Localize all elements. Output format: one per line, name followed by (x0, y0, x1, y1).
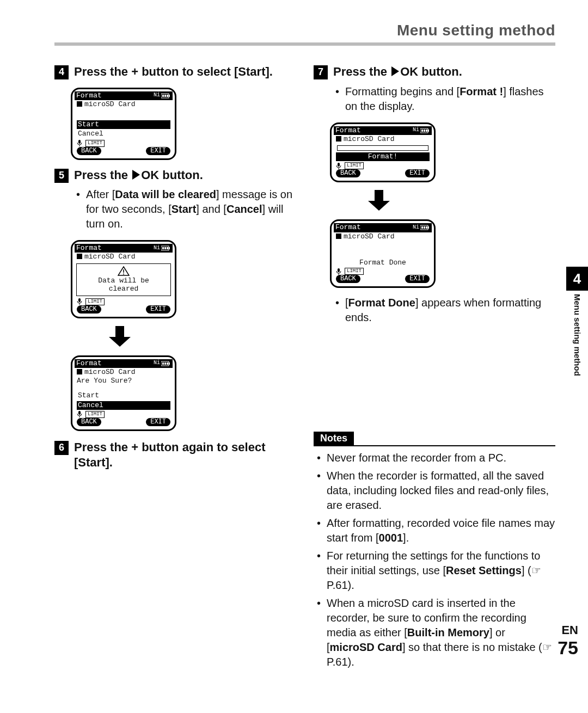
header-rule (54, 42, 555, 46)
svg-rect-23 (167, 362, 168, 365)
mic-icon (336, 268, 341, 275)
svg-rect-4 (167, 95, 168, 97)
battery-icon: Ni (413, 127, 430, 134)
page-header: Menu setting method (54, 22, 555, 39)
svg-rect-5 (78, 140, 81, 144)
lcd-option-cancel: Cancel (77, 130, 170, 138)
lcd-format-flash: Format! (336, 152, 430, 161)
step-7-bullets-top: Formatting begins and [Format !] flashes… (314, 84, 555, 114)
battery-icon: Ni (413, 224, 430, 231)
page-footer: EN 75 (558, 623, 578, 659)
notes-label: Notes (314, 432, 354, 445)
svg-rect-2 (162, 95, 164, 97)
notes-list: Never format the recorder from a PC. Whe… (314, 451, 555, 669)
svg-rect-11 (167, 247, 168, 249)
battery-icon: Ni (154, 92, 171, 99)
step-7-bullet-1: Formatting begins and [Format !] flashes… (335, 84, 555, 114)
svg-rect-9 (162, 247, 164, 249)
note-3: After formatting, recorded voice file na… (317, 516, 555, 545)
step-5-heading: 5 Press the OK button. (54, 168, 296, 183)
softkey-back: BACK (77, 147, 101, 155)
note-1: Never format the recorder from a PC. (317, 451, 555, 465)
step-4-text: Press the + button to select [Start]. (74, 64, 273, 80)
svg-rect-33 (375, 190, 383, 201)
svg-rect-15 (78, 298, 81, 302)
battery-icon: Ni (154, 245, 171, 252)
lcd-option-start: Start (77, 120, 170, 129)
step-5-number: 5 (54, 169, 69, 183)
arrow-down-icon (330, 190, 428, 212)
step-7-bullets-bottom: [Format Done] appears when formatting en… (314, 296, 555, 325)
right-column: 7 Press the OK button. Formatting begins… (314, 62, 555, 678)
lcd-screen-format-menu: Format Ni microSD Card Start Cancel LIMI… (71, 88, 176, 160)
svg-marker-18 (109, 337, 131, 347)
lcd-confirm-text: Are You Sure? (75, 377, 173, 385)
lcd-sd-line: microSD Card (75, 100, 173, 109)
svg-rect-37 (421, 226, 423, 229)
footer-language: EN (558, 623, 578, 637)
svg-rect-21 (162, 362, 164, 365)
lcd-option-start: Start (77, 391, 170, 400)
lcd-screen-data-cleared: Format Ni microSD Card Data will be clea… (71, 240, 176, 318)
svg-rect-30 (426, 130, 427, 132)
notes-rule (314, 445, 555, 446)
limit-tag: LIMIT (85, 140, 105, 147)
lcd-screen-are-you-sure: Format Ni microSD Card Are You Sure? Sta… (71, 355, 176, 431)
step-7-number: 7 (314, 65, 328, 79)
mic-icon (77, 140, 82, 146)
svg-rect-40 (338, 268, 340, 272)
note-5: When a microSD card is inserted in the r… (317, 596, 555, 669)
footer-page-number: 75 (558, 637, 578, 659)
svg-rect-39 (426, 226, 427, 229)
step-7-bullet-2: [Format Done] appears when formatting en… (335, 296, 555, 325)
warning-icon (78, 266, 169, 276)
side-tab: 4 Menu setting method (566, 267, 588, 376)
step-5-bullet-1: After [Data will be cleared] message is … (76, 187, 296, 231)
step-7-heading: 7 Press the OK button. (314, 64, 555, 80)
lcd-screen-formatting: Format Ni microSD Card Format! LIMIT BAC… (330, 122, 436, 183)
lcd-title: Format (76, 91, 102, 100)
svg-rect-22 (164, 362, 166, 365)
svg-rect-20 (169, 362, 170, 365)
mic-icon (77, 411, 82, 417)
play-icon (132, 170, 140, 180)
note-4: For returning the settings for the funct… (317, 549, 555, 593)
svg-rect-27 (428, 130, 429, 132)
svg-rect-3 (164, 95, 166, 97)
mic-icon (336, 163, 341, 169)
header-title: Menu setting method (397, 22, 555, 39)
svg-rect-10 (164, 247, 166, 249)
svg-rect-8 (169, 247, 170, 249)
play-icon (391, 66, 399, 76)
svg-rect-28 (421, 130, 423, 132)
step-6-number: 6 (54, 441, 69, 455)
note-2: When the recorder is formatted, all the … (317, 469, 555, 513)
svg-marker-34 (368, 201, 390, 211)
battery-icon: Ni (154, 360, 171, 367)
left-column: 4 Press the + button to select [Start]. … (54, 62, 296, 678)
lcd-option-cancel: Cancel (77, 401, 170, 410)
step-5-bullets: After [Data will be cleared] message is … (54, 187, 296, 231)
lcd-screen-format-done: Format Ni microSD Card Format Done LIMIT… (330, 219, 436, 288)
step-4-heading: 4 Press the + button to select [Start]. (54, 64, 296, 80)
step-6-heading: 6 Press the + button again to select [St… (54, 440, 296, 471)
step-6-text: Press the + button again to select [Star… (74, 440, 296, 471)
svg-rect-31 (338, 163, 340, 167)
side-chapter-title: Menu setting method (573, 294, 582, 376)
svg-rect-24 (78, 411, 81, 415)
svg-rect-38 (424, 226, 425, 229)
svg-rect-36 (428, 226, 429, 229)
step-5-text: Press the OK button. (74, 168, 203, 183)
svg-rect-17 (115, 326, 124, 337)
softkey-exit: EXIT (146, 147, 170, 155)
step-7-text: Press the OK button. (333, 64, 462, 80)
step-4-number: 4 (54, 65, 69, 79)
notes-section: Notes Never format the recorder from a P… (314, 421, 555, 669)
svg-rect-1 (169, 95, 170, 97)
svg-point-14 (123, 273, 124, 274)
progress-bar-icon (337, 145, 428, 151)
mic-icon (77, 298, 82, 305)
lcd-format-done-text: Format Done (334, 259, 432, 267)
arrow-down-icon (71, 326, 169, 348)
svg-rect-29 (424, 130, 425, 132)
